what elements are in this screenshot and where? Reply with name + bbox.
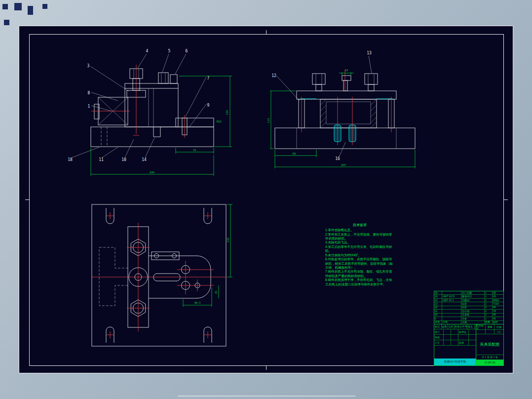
sign-blank [469, 340, 476, 345]
plan-center-lines [92, 212, 226, 338]
title-block: 18 开口垫圈 1 45 16 GB/T 6170 螺母M12 1 45 14 … [434, 291, 504, 366]
bom-cell: 1 [485, 295, 493, 298]
dimension-label: 25 [215, 291, 218, 294]
sign-role: 工艺 [434, 340, 444, 345]
screen-artifact [14, 3, 22, 10]
bom-cell: 开口垫圈 [461, 291, 485, 294]
bom-cell: 支承板 [461, 314, 485, 317]
bom-header-cell: 代号 [442, 321, 461, 324]
stage-label: 阶段标记 [476, 324, 486, 329]
bom-cell [442, 291, 461, 294]
revision-cell: 标记 [434, 324, 442, 329]
bom-cell: 螺母M12 [461, 295, 485, 298]
part-callout: 13 [367, 51, 372, 55]
bom-cell: 1 [485, 291, 493, 294]
side-view: 12 13 16 115 60 285 12 [267, 47, 425, 176]
support-columns [299, 99, 394, 128]
sign-blank [469, 329, 476, 334]
plate-outline [92, 204, 226, 346]
bom-cell: 11 [434, 310, 442, 313]
bom-cell: 12 [434, 306, 442, 309]
revision-header: 标记 处数 分区 更改文件号 签名 年月日 [434, 324, 476, 329]
bom-cell [442, 306, 461, 309]
dimension-label: 40.5 [194, 301, 200, 304]
bom-header-cell: 材料 [493, 321, 503, 324]
bom-cell: 2 [485, 306, 493, 309]
bom-cell: 14 [434, 299, 442, 302]
stage-row: 阶段标记 重量 比例 [476, 324, 503, 330]
drawing-sheet: 3 4 5 6 7 9 8 1 18 11 10 14 120 78 246 M… [19, 26, 513, 373]
drawing-code: JJ-ZP-00 [476, 360, 503, 365]
part-callout: 1 [88, 104, 90, 109]
bom-row: 9 压板 1 45 [434, 317, 503, 320]
screen-artifact [178, 396, 355, 397]
leader-lines [72, 54, 206, 158]
bom-cell: 45 [493, 306, 503, 309]
revision-cell: 年月日 [475, 324, 476, 329]
part-callout: 16 [335, 157, 340, 161]
blank-area [434, 346, 476, 359]
bom-cell: 衬套 [461, 306, 485, 309]
note-line: 3.去除毛刺飞边。 [325, 240, 394, 244]
dimension-label: 12 [345, 69, 348, 72]
bom-cell: 2 [485, 310, 493, 313]
part-callout: 6 [186, 49, 188, 53]
note-line: 1.零件去除氧化皮。 [325, 228, 394, 232]
revision-cell: 处数 [442, 324, 448, 329]
part-callout: 11 [99, 158, 104, 162]
bom-cell: 45 [493, 291, 503, 294]
bom-cell: 45 [493, 317, 503, 320]
plan-view: 145 40.5 25 [84, 200, 237, 354]
side-center-lines [302, 70, 391, 145]
sign-row: 审核 [434, 335, 476, 340]
sign-row: 设计 标准化 [434, 329, 476, 335]
screen-artifact [2, 4, 8, 9]
base-block [275, 128, 415, 149]
bom-header-cell: 数量 [485, 321, 493, 324]
bom-cell: 压板 [461, 317, 485, 320]
sign-blank [444, 335, 451, 340]
dimension-label: 78 [193, 149, 196, 152]
screen-artifact [28, 6, 33, 15]
bom-cell: 9 [434, 317, 442, 320]
bom-cell: 45 [493, 314, 503, 317]
sign-blank [444, 340, 451, 345]
title-area: 阶段标记 重量 比例 1:1 夹具装配图 共 1 张 第 1 张 JJ-ZP-0… [476, 324, 503, 365]
note-line: 2.零件加工表面上，不应有划痕、擦伤等损伤零件表面的缺陷。 [325, 233, 394, 241]
drawing-title: 夹具装配图 [476, 334, 503, 355]
bom-cell: 1 [485, 317, 493, 320]
sign-blank [469, 335, 476, 340]
revision-cell: 分区 [448, 324, 455, 329]
centering-mark [25, 200, 30, 200]
centering-mark [266, 365, 266, 370]
sign-role: 批准 [458, 340, 469, 345]
revision-cell: 更改文件号 [455, 324, 468, 329]
sign-blank [451, 329, 458, 334]
part-callout: 3 [87, 64, 90, 68]
section-body [320, 99, 377, 128]
screen-artifact [4, 20, 9, 25]
bom-cell: 45 [493, 295, 503, 298]
revision-cell: 签名 [467, 324, 475, 329]
dimension-label: M12 [217, 120, 222, 123]
weight-value [486, 330, 495, 334]
part-callout: 9 [207, 103, 210, 108]
bom-cell: 13 [434, 302, 442, 305]
notes-title: 技术要求 [325, 223, 394, 227]
bom-cell [442, 310, 461, 313]
note-line: 4.加工后的零件不允许有尖角、毛刺和裂纹等缺陷。 [325, 245, 394, 253]
leader-lines [276, 56, 372, 157]
bom-row: 12 衬套 2 45 [434, 306, 503, 310]
bom-cell: 16 [434, 295, 442, 298]
front-view: 3 4 5 6 7 9 8 1 18 11 10 14 120 78 246 M… [60, 42, 237, 186]
sign-blank [451, 340, 458, 345]
clamp-studs [127, 69, 177, 97]
sign-role: 标准化 [458, 329, 469, 334]
side-dimensions: 115 60 285 12 [267, 69, 415, 168]
dimension-label: 145 [227, 238, 229, 242]
bom-cell [442, 302, 461, 305]
dimension-label: 246 [150, 171, 154, 174]
sign-blank [451, 335, 458, 340]
locating-pins [301, 99, 392, 142]
bom-cell: 1 [485, 314, 493, 317]
